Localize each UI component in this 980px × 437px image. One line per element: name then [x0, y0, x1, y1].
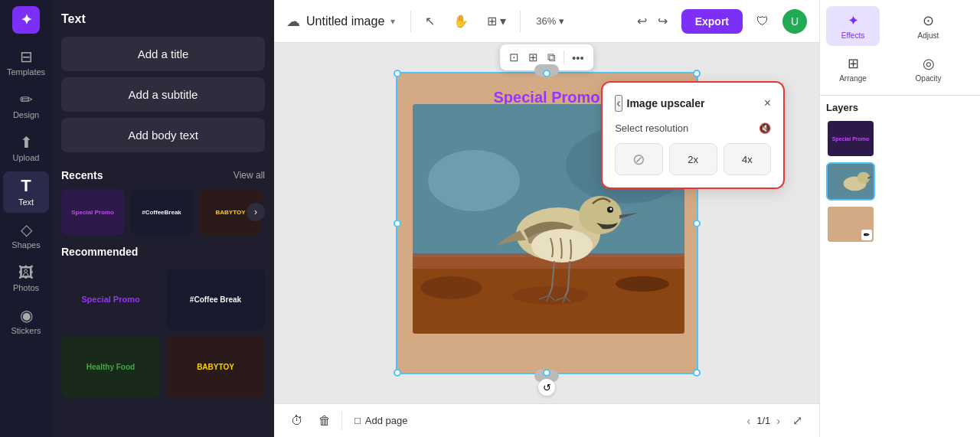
sidebar-item-design[interactable]: ✏ Design	[3, 86, 49, 126]
layout-button[interactable]: ⊞ ▾	[482, 9, 511, 33]
redo-button[interactable]: ↪	[653, 9, 672, 33]
resolution-2x-button[interactable]: 2x	[669, 143, 717, 175]
prev-page-button[interactable]: ‹	[746, 413, 753, 429]
opacity-label: Opacity	[916, 74, 942, 83]
layer-beige[interactable]: ✏	[826, 205, 875, 243]
add-body-button[interactable]: Add body text	[61, 118, 265, 152]
crop-button[interactable]: ⊡	[506, 47, 522, 67]
layout-chevron: ▾	[500, 14, 506, 28]
handle-top-left[interactable]	[394, 70, 401, 77]
rotate-handle[interactable]: ↺	[538, 379, 555, 396]
rec-item-baby2[interactable]: BABYTOY	[166, 336, 265, 397]
zoom-chevron: ▾	[559, 15, 564, 27]
sidebar-item-photos[interactable]: 🖼 Photos	[3, 259, 49, 298]
text-panel: Text Add a title Add a subtitle Add body…	[52, 0, 274, 437]
undo-icon: ↩	[637, 14, 647, 28]
select-resolution-label: Select resolution	[615, 122, 688, 134]
handle-bottom-middle[interactable]	[543, 369, 550, 377]
dialog-header: ‹ Image upscaler ×	[615, 95, 771, 112]
view-all-link[interactable]: View all	[234, 170, 265, 181]
document-title[interactable]: Untitled image	[306, 15, 384, 28]
resolution-buttons: ⊘ 2x 4x	[615, 143, 771, 175]
handle-top-right[interactable]	[693, 70, 701, 77]
hand-tool-button[interactable]: ✋	[449, 9, 473, 33]
layer-bird[interactable]	[826, 162, 875, 201]
templates-icon: ⊟	[20, 49, 33, 64]
trash-button[interactable]: 🗑	[314, 411, 335, 431]
rec-item-special[interactable]: Special Promo	[61, 269, 160, 330]
sidebar-item-text[interactable]: T Text	[3, 171, 49, 213]
dialog-subtitle: Select resolution 🔇	[615, 122, 771, 134]
add-page-button[interactable]: □ Add page	[348, 412, 414, 429]
arrange-icon: ⊞	[848, 55, 859, 72]
zoom-level: 36%	[536, 15, 556, 27]
timer-icon: ⏱	[291, 414, 303, 427]
handle-middle-right[interactable]	[693, 220, 701, 227]
rec-item-health[interactable]: Healthy Food	[61, 336, 160, 397]
image-upscaler-dialog: ‹ Image upscaler × Select resolution 🔇 ⊘…	[601, 81, 785, 189]
page-navigation: ‹ 1/1 ›	[746, 413, 782, 429]
layers-panel: Layers Special Promo	[820, 96, 980, 437]
layers-title: Layers	[826, 102, 974, 113]
layer-special-promo[interactable]: Special Promo	[826, 119, 875, 158]
right-sidebar: ✦ Effects ⊙ Adjust ⊞ Arrange ◎ Opacity L…	[819, 0, 980, 437]
dialog-back-button[interactable]: ‹	[615, 95, 622, 112]
canvas-area[interactable]: Page 1 ⊡ ⊞ ⧉ ••• Specia	[274, 43, 819, 403]
sidebar-item-shapes[interactable]: ◇ Shapes	[3, 216, 49, 256]
app-logo[interactable]: ✦	[12, 6, 40, 34]
svg-point-7	[616, 276, 669, 292]
svg-point-9	[579, 196, 622, 234]
zoom-button[interactable]: 36% ▾	[530, 12, 570, 30]
title-dropdown-chevron[interactable]: ▾	[390, 16, 395, 27]
add-title-button[interactable]: Add a title	[61, 37, 265, 71]
layer-edit-icon: ✏	[861, 230, 872, 240]
export-button[interactable]: Export	[681, 9, 743, 34]
adjust-icon: ⊙	[923, 12, 934, 29]
dialog-title-row: ‹ Image upscaler	[615, 95, 704, 112]
avatar-initials: U	[791, 15, 799, 28]
recommended-grid: Special Promo #Coffee Break Healthy Food…	[61, 269, 265, 397]
handle-bottom-left[interactable]	[394, 369, 401, 377]
main-area: ☁ Untitled image ▾ ↖ ✋ ⊞ ▾ 36% ▾ ↩ ↪	[274, 0, 819, 437]
shapes-icon: ◇	[21, 222, 32, 237]
dialog-close-button[interactable]: ×	[764, 96, 771, 110]
sidebar-item-templates[interactable]: ⊟ Templates	[3, 43, 49, 83]
recent-item-coffee[interactable]: #CoffeeBreak	[130, 189, 193, 235]
more-button[interactable]: •••	[569, 48, 587, 67]
arrange-label: Arrange	[839, 74, 867, 83]
resolution-none-button[interactable]: ⊘	[615, 143, 663, 175]
add-subtitle-button[interactable]: Add a subtitle	[61, 77, 265, 112]
timer-button[interactable]: ⏱	[286, 411, 308, 431]
handle-middle-left[interactable]	[394, 220, 401, 227]
bottom-toolbar: ⏱ 🗑 □ Add page ‹ 1/1 › ⤢	[274, 403, 819, 437]
recent-item-special[interactable]: Special Promo	[61, 189, 124, 235]
expand-button[interactable]: ⤢	[788, 410, 807, 431]
layer-items: Special Promo ✏	[826, 119, 974, 243]
effects-grid: ✦ Effects ⊙ Adjust ⊞ Arrange ◎ Opacity	[826, 6, 974, 89]
recommended-title: Recommended	[61, 246, 138, 258]
undo-button[interactable]: ↩	[632, 9, 652, 33]
crop-icon: ⊡	[509, 51, 519, 64]
handle-top-middle[interactable]	[543, 70, 550, 77]
photos-icon: 🖼	[18, 265, 34, 280]
opacity-button[interactable]: ◎ Opacity	[902, 49, 956, 89]
shield-button[interactable]: 🛡	[752, 10, 773, 33]
resolution-4x-button[interactable]: 4x	[724, 143, 772, 175]
sidebar-item-stickers[interactable]: ◉ Stickers	[3, 302, 49, 341]
adjust-button[interactable]: ⊙ Adjust	[902, 6, 956, 46]
sidebar-item-label: Stickers	[11, 326, 41, 335]
svg-point-5	[420, 276, 482, 299]
effects-button[interactable]: ✦ Effects	[826, 6, 880, 46]
no-resolution-icon: ⊘	[632, 150, 645, 168]
avatar[interactable]: U	[782, 9, 807, 34]
sidebar-item-upload[interactable]: ⬆ Upload	[3, 129, 49, 168]
arrange-button[interactable]: ⊞ Arrange	[826, 49, 880, 89]
sidebar-item-label: Upload	[13, 153, 40, 162]
trash-icon: 🗑	[318, 414, 331, 427]
add-page-label: Add page	[365, 415, 408, 426]
next-page-button[interactable]: ›	[775, 413, 782, 429]
handle-bottom-right[interactable]	[693, 369, 701, 377]
recents-chevron[interactable]: ›	[247, 203, 265, 221]
cursor-tool-button[interactable]: ↖	[420, 9, 439, 33]
rec-item-coffee[interactable]: #Coffee Break	[166, 269, 265, 330]
